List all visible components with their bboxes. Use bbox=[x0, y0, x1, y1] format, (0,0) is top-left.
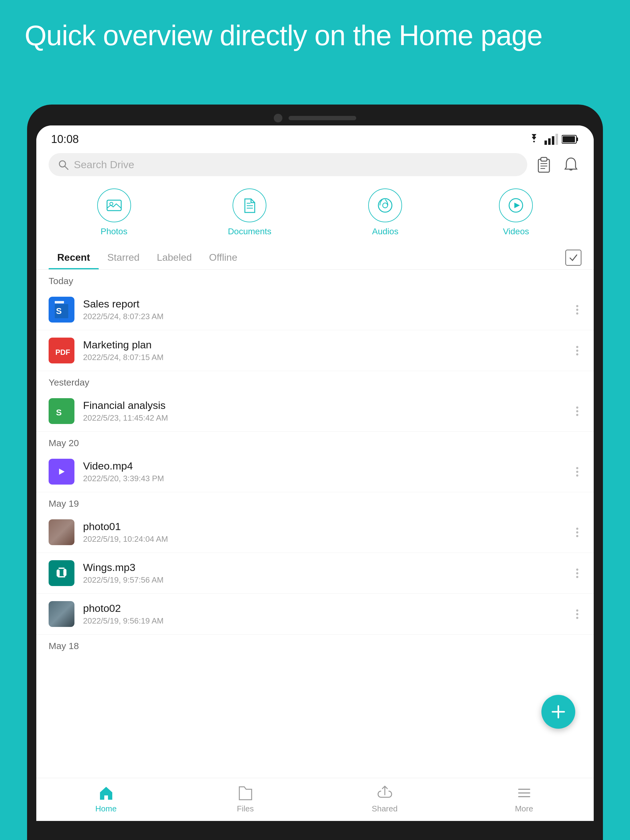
clipboard-icon-btn[interactable] bbox=[533, 154, 554, 175]
device-notch bbox=[36, 114, 594, 122]
shared-icon bbox=[376, 784, 393, 802]
battery-icon bbox=[562, 135, 579, 144]
file-menu-wings[interactable] bbox=[573, 565, 581, 581]
home-icon bbox=[98, 784, 115, 802]
file-menu-video[interactable] bbox=[573, 464, 581, 480]
section-may18: May 18 bbox=[36, 635, 594, 654]
status-time: 10:08 bbox=[51, 133, 79, 146]
file-menu-marketing[interactable] bbox=[573, 343, 581, 358]
category-documents[interactable]: Documents bbox=[228, 188, 272, 237]
svg-rect-0 bbox=[545, 141, 547, 145]
nav-shared-label: Shared bbox=[372, 804, 398, 813]
screen: 10:08 bbox=[36, 125, 594, 821]
search-area: Search Drive bbox=[36, 149, 594, 182]
file-item-photo01[interactable]: photo01 2022/5/19, 10:24:04 AM bbox=[36, 512, 594, 553]
svg-point-15 bbox=[110, 202, 113, 205]
svg-marker-22 bbox=[514, 203, 520, 208]
file-item-video[interactable]: Video.mp4 2022/5/20, 3:39:43 PM bbox=[36, 452, 594, 492]
fab-button[interactable] bbox=[541, 695, 575, 729]
file-date-marketing: 2022/5/24, 8:07:15 AM bbox=[83, 353, 565, 362]
file-date-video: 2022/5/20, 3:39:43 PM bbox=[83, 474, 565, 483]
section-today: Today bbox=[36, 270, 594, 289]
file-info-marketing: Marketing plan 2022/5/24, 8:07:15 AM bbox=[83, 339, 565, 362]
category-photos[interactable]: Photos bbox=[97, 188, 131, 237]
nav-more[interactable]: More bbox=[454, 784, 594, 813]
svg-text:S: S bbox=[56, 408, 62, 417]
svg-line-8 bbox=[65, 166, 68, 169]
file-item-marketing-plan[interactable]: PDF Marketing plan 2022/5/24, 8:07:15 AM bbox=[36, 330, 594, 371]
status-bar: 10:08 bbox=[36, 125, 594, 149]
file-list: Today S Sales report 2022/5/24, 8:07:23 … bbox=[36, 270, 594, 778]
svg-text:S: S bbox=[56, 306, 62, 316]
file-item-photo02[interactable]: photo02 2022/5/19, 9:56:19 AM bbox=[36, 594, 594, 635]
file-info-photo01: photo01 2022/5/19, 10:24:04 AM bbox=[83, 521, 565, 544]
file-item-sales-report[interactable]: S Sales report 2022/5/24, 8:07:23 AM bbox=[36, 289, 594, 330]
file-name-financial: Financial analysis bbox=[83, 399, 565, 411]
files-icon bbox=[237, 784, 254, 802]
file-date-financial: 2022/5/23, 11:45:42 AM bbox=[83, 413, 565, 423]
tab-recent[interactable]: Recent bbox=[49, 246, 99, 269]
file-item-wings[interactable]: Wings.mp3 2022/5/19, 9:57:56 AM bbox=[36, 553, 594, 594]
file-date-sales: 2022/5/24, 8:07:23 AM bbox=[83, 312, 565, 321]
nav-more-label: More bbox=[515, 804, 533, 813]
svg-rect-10 bbox=[541, 158, 547, 161]
category-documents-label: Documents bbox=[228, 227, 272, 237]
category-videos[interactable]: Videos bbox=[499, 188, 533, 237]
search-icon bbox=[58, 159, 69, 171]
svg-text:PDF: PDF bbox=[55, 348, 70, 356]
file-info-video: Video.mp4 2022/5/20, 3:39:43 PM bbox=[83, 460, 565, 483]
device-frame: 10:08 bbox=[27, 104, 603, 840]
file-name-sales: Sales report bbox=[83, 298, 565, 310]
bell-icon-btn[interactable] bbox=[560, 154, 581, 175]
search-placeholder: Search Drive bbox=[74, 159, 135, 171]
signal-icon bbox=[545, 134, 558, 145]
nav-shared[interactable]: Shared bbox=[315, 784, 454, 813]
file-icon-video bbox=[49, 459, 74, 485]
file-name-marketing: Marketing plan bbox=[83, 339, 565, 351]
file-name-wings: Wings.mp3 bbox=[83, 561, 565, 573]
file-info-financial: Financial analysis 2022/5/23, 11:45:42 A… bbox=[83, 399, 565, 423]
tab-starred[interactable]: Starred bbox=[99, 246, 148, 269]
svg-rect-1 bbox=[548, 138, 551, 145]
nav-files-label: Files bbox=[237, 804, 254, 813]
device-speaker bbox=[288, 116, 356, 120]
file-info-wings: Wings.mp3 2022/5/19, 9:57:56 AM bbox=[83, 561, 565, 585]
svg-rect-23 bbox=[55, 301, 64, 303]
file-item-financial[interactable]: S Financial analysis 2022/5/23, 11:45:42… bbox=[36, 391, 594, 432]
select-checkbox[interactable] bbox=[565, 249, 581, 266]
tab-labeled[interactable]: Labeled bbox=[148, 246, 201, 269]
category-photos-label: Photos bbox=[101, 227, 127, 237]
bottom-nav: Home Files Shared bbox=[36, 778, 594, 821]
svg-point-19 bbox=[378, 199, 392, 212]
svg-rect-31 bbox=[63, 569, 66, 576]
file-menu-sales[interactable] bbox=[573, 302, 581, 317]
svg-marker-28 bbox=[59, 469, 65, 475]
svg-rect-30 bbox=[57, 569, 60, 577]
svg-rect-2 bbox=[552, 136, 554, 145]
file-menu-photo02[interactable] bbox=[573, 606, 581, 622]
svg-rect-29 bbox=[59, 568, 65, 569]
category-audios-label: Audios bbox=[372, 227, 399, 237]
file-icon-wings bbox=[49, 560, 74, 586]
file-menu-financial[interactable] bbox=[573, 403, 581, 419]
file-icon-marketing: PDF bbox=[49, 338, 74, 363]
categories-row: Photos Documents bbox=[36, 182, 594, 246]
file-icon-photo01 bbox=[49, 519, 74, 545]
section-may19: May 19 bbox=[36, 492, 594, 512]
file-info-photo02: photo02 2022/5/19, 9:56:19 AM bbox=[83, 602, 565, 626]
page-header: Quick overview directly on the Home page bbox=[25, 19, 605, 52]
nav-home-label: Home bbox=[95, 804, 117, 813]
search-bar[interactable]: Search Drive bbox=[49, 153, 527, 176]
file-date-photo01: 2022/5/19, 10:24:04 AM bbox=[83, 534, 565, 544]
svg-rect-32 bbox=[58, 576, 65, 578]
wifi-icon bbox=[527, 134, 541, 145]
nav-files[interactable]: Files bbox=[176, 784, 315, 813]
svg-rect-14 bbox=[107, 200, 121, 211]
svg-rect-6 bbox=[563, 136, 575, 142]
file-menu-photo01[interactable] bbox=[573, 524, 581, 540]
svg-rect-5 bbox=[576, 137, 578, 141]
category-audios[interactable]: Audios bbox=[368, 188, 402, 237]
nav-home[interactable]: Home bbox=[36, 784, 176, 813]
tab-offline[interactable]: Offline bbox=[201, 246, 246, 269]
file-date-wings: 2022/5/19, 9:57:56 AM bbox=[83, 575, 565, 585]
